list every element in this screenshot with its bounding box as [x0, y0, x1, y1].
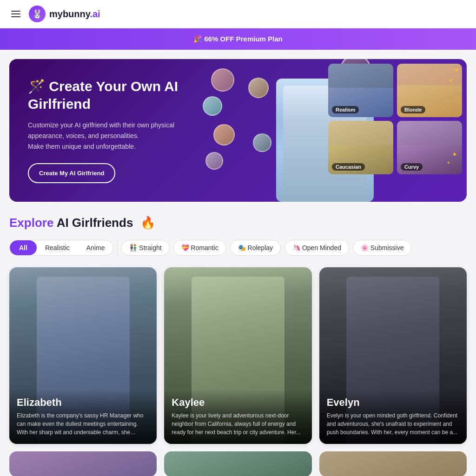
card-kaylee-image: Kaylee Kaylee is your lively and adventu… [164, 267, 311, 444]
hero-description: Customize your AI girlfriend with their … [28, 120, 205, 152]
circle-thumb-5 [248, 78, 269, 98]
filter-all[interactable]: All [10, 240, 37, 255]
circle-thumb-3 [213, 124, 235, 145]
header: 🐰 mybunny.ai [0, 0, 476, 28]
card-evelyn-overlay: Evelyn Evelyn is your open minded goth g… [319, 389, 467, 444]
circle-thumb-2 [203, 96, 222, 116]
filter-submissive[interactable]: 🌸 Submissive [353, 240, 411, 256]
card-evelyn[interactable]: Evelyn Evelyn is your open minded goth g… [319, 267, 467, 444]
filters-bar: All Realistic Anime 👫 Straight 💝 Romanti… [9, 239, 467, 256]
small-card-caucasian: Caucasian [328, 121, 393, 174]
filter-roleplay[interactable]: 🎭 Roleplay [230, 240, 281, 256]
explore-section: Explore AI Girlfriends 🔥 All Realistic A… [0, 211, 476, 476]
card-kaylee-desc: Kaylee is your lively and adventurous ne… [172, 411, 304, 436]
teaser-card-1[interactable] [9, 451, 157, 476]
card-evelyn-name: Evelyn [327, 397, 459, 409]
explore-title: Explore AI Girlfriends 🔥 [9, 216, 467, 230]
explore-highlight: Explore [9, 216, 53, 230]
filter-group-type: All Realistic Anime [9, 240, 113, 256]
small-images-grid: Realism Blonde ✦ ✦ Caucasian Curvy ✦ ✦ [328, 64, 462, 174]
promo-banner[interactable]: 🎉 66% OFF Premium Plan [0, 28, 476, 50]
hamburger-line [11, 11, 20, 12]
small-card-curvy: Curvy ✦ ✦ [397, 121, 462, 174]
explore-fire-emoji: 🔥 [140, 216, 155, 230]
card-elizabeth[interactable]: Elizabeth Elizabeth is the company's sas… [9, 267, 157, 444]
hero-content: 🪄 Create Your Own AI Girlfriend Customiz… [28, 78, 205, 183]
card-evelyn-image: Evelyn Evelyn is your open minded goth g… [319, 267, 467, 444]
hamburger-line [11, 16, 20, 17]
filter-anime[interactable]: Anime [78, 240, 113, 255]
card-elizabeth-overlay: Elizabeth Elizabeth is the company's sas… [9, 389, 157, 444]
logo[interactable]: 🐰 mybunny.ai [29, 6, 100, 22]
create-girlfriend-button[interactable]: Create My AI Girlfriend [28, 163, 115, 183]
card-elizabeth-image: Elizabeth Elizabeth is the company's sas… [9, 267, 157, 444]
teaser-card-2[interactable] [164, 451, 311, 476]
logo-icon: 🐰 [29, 6, 46, 22]
logo-text: mybunny.ai [49, 9, 100, 20]
cards-teaser-row [9, 451, 467, 476]
filter-realistic[interactable]: Realistic [37, 240, 78, 255]
card-elizabeth-name: Elizabeth [17, 397, 149, 409]
explore-rest-text: AI Girlfriends [57, 216, 133, 230]
circle-thumb-4 [205, 152, 223, 170]
filter-divider [117, 239, 118, 256]
circle-thumb-6 [253, 133, 271, 152]
card-kaylee[interactable]: Kaylee Kaylee is your lively and adventu… [164, 267, 311, 444]
teaser-card-3[interactable] [319, 451, 467, 476]
hamburger-menu[interactable] [9, 9, 22, 19]
hero-title: 🪄 Create Your Own AI Girlfriend [28, 78, 205, 112]
promo-text: 🎉 66% OFF Premium Plan [193, 35, 283, 43]
filter-straight[interactable]: 👫 Straight [121, 240, 169, 256]
cards-grid: Elizabeth Elizabeth is the company's sas… [9, 267, 467, 444]
small-card-blonde: Blonde ✦ ✦ [397, 64, 462, 117]
small-card-realism: Realism [328, 64, 393, 117]
card-kaylee-name: Kaylee [172, 397, 304, 409]
filter-open-minded[interactable]: 🦄 Open Minded [284, 240, 349, 256]
hero-title-text: Create Your Own AI Girlfriend [28, 79, 178, 112]
card-elizabeth-desc: Elizabeth is the company's sassy HR Mana… [17, 411, 149, 436]
curvy-label: Curvy [401, 163, 423, 171]
card-kaylee-overlay: Kaylee Kaylee is your lively and adventu… [164, 389, 311, 444]
blonde-label: Blonde [401, 106, 425, 113]
realism-label: Realism [332, 106, 359, 113]
caucasian-label: Caucasian [332, 163, 365, 171]
filter-romantic[interactable]: 💝 Romantic [173, 240, 226, 256]
hero-title-icon: 🪄 [28, 79, 49, 94]
hero-section: 🪄 Create Your Own AI Girlfriend Customiz… [9, 59, 467, 202]
hero-images-area: Realism Blonde ✦ ✦ Caucasian Curvy ✦ ✦ [197, 59, 467, 202]
circle-thumb-1 [211, 68, 234, 92]
hamburger-line [11, 13, 20, 14]
card-evelyn-desc: Evelyn is your open minded goth girlfrie… [327, 411, 459, 436]
